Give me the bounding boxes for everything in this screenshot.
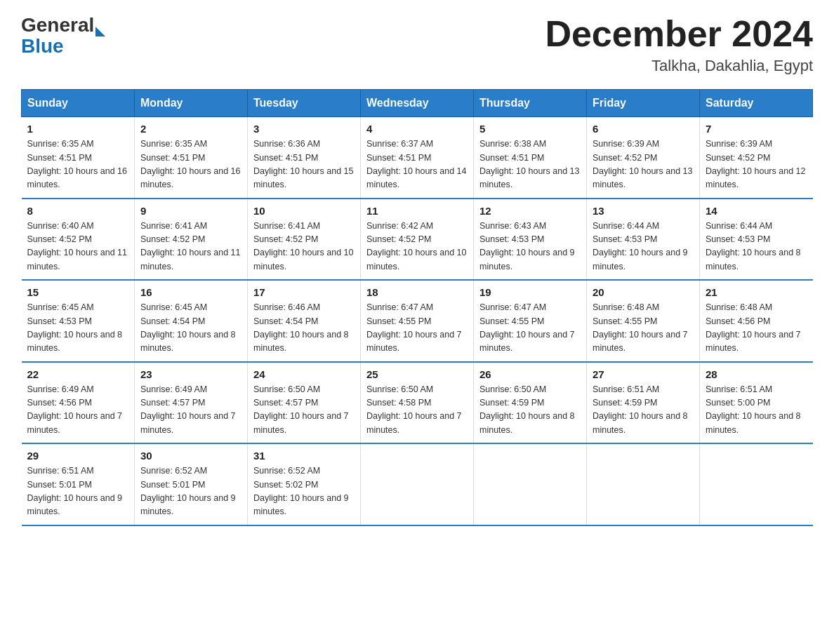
calendar-day-cell	[587, 443, 700, 525]
weekday-header-sunday: Sunday	[22, 90, 135, 117]
day-info: Sunrise: 6:51 AMSunset: 4:59 PMDaylight:…	[593, 383, 694, 438]
calendar-day-cell: 11 Sunrise: 6:42 AMSunset: 4:52 PMDaylig…	[361, 199, 474, 281]
day-info: Sunrise: 6:44 AMSunset: 4:53 PMDaylight:…	[706, 220, 807, 274]
calendar-day-cell: 15 Sunrise: 6:45 AMSunset: 4:53 PMDaylig…	[22, 280, 135, 362]
calendar-week-row: 22 Sunrise: 6:49 AMSunset: 4:56 PMDaylig…	[22, 362, 813, 444]
calendar-day-cell: 2 Sunrise: 6:35 AMSunset: 4:51 PMDayligh…	[135, 117, 248, 199]
day-number: 4	[366, 123, 468, 135]
weekday-header-thursday: Thursday	[474, 90, 587, 117]
calendar-day-cell: 23 Sunrise: 6:49 AMSunset: 4:57 PMDaylig…	[135, 362, 248, 444]
day-info: Sunrise: 6:47 AMSunset: 4:55 PMDaylight:…	[366, 301, 468, 356]
day-number: 14	[706, 205, 807, 217]
day-info: Sunrise: 6:51 AMSunset: 5:00 PMDaylight:…	[706, 383, 807, 438]
calendar-day-cell: 12 Sunrise: 6:43 AMSunset: 4:53 PMDaylig…	[474, 199, 587, 281]
day-number: 16	[140, 286, 241, 298]
day-info: Sunrise: 6:50 AMSunset: 4:57 PMDaylight:…	[253, 383, 355, 438]
calendar-day-cell: 26 Sunrise: 6:50 AMSunset: 4:59 PMDaylig…	[474, 362, 587, 444]
day-info: Sunrise: 6:47 AMSunset: 4:55 PMDaylight:…	[479, 301, 581, 356]
weekday-header-saturday: Saturday	[700, 90, 813, 117]
day-number: 10	[253, 205, 355, 217]
day-info: Sunrise: 6:45 AMSunset: 4:54 PMDaylight:…	[140, 301, 241, 356]
calendar-day-cell: 14 Sunrise: 6:44 AMSunset: 4:53 PMDaylig…	[700, 199, 813, 281]
day-number: 18	[366, 286, 468, 298]
day-info: Sunrise: 6:45 AMSunset: 4:53 PMDaylight:…	[27, 301, 129, 356]
calendar-day-cell: 3 Sunrise: 6:36 AMSunset: 4:51 PMDayligh…	[248, 117, 361, 199]
day-info: Sunrise: 6:46 AMSunset: 4:54 PMDaylight:…	[253, 301, 355, 356]
day-number: 20	[593, 286, 694, 298]
day-info: Sunrise: 6:52 AMSunset: 5:01 PMDaylight:…	[140, 464, 241, 519]
day-info: Sunrise: 6:35 AMSunset: 4:51 PMDaylight:…	[27, 137, 129, 192]
calendar-day-cell: 30 Sunrise: 6:52 AMSunset: 5:01 PMDaylig…	[135, 443, 248, 525]
calendar-day-cell: 25 Sunrise: 6:50 AMSunset: 4:58 PMDaylig…	[361, 362, 474, 444]
calendar-day-cell: 1 Sunrise: 6:35 AMSunset: 4:51 PMDayligh…	[22, 117, 135, 199]
calendar-day-cell: 6 Sunrise: 6:39 AMSunset: 4:52 PMDayligh…	[587, 117, 700, 199]
day-number: 12	[479, 205, 581, 217]
day-number: 15	[27, 286, 129, 298]
calendar-day-cell: 7 Sunrise: 6:39 AMSunset: 4:52 PMDayligh…	[700, 117, 813, 199]
logo: General Blue	[21, 14, 105, 56]
day-info: Sunrise: 6:40 AMSunset: 4:52 PMDaylight:…	[27, 220, 129, 274]
calendar-day-cell: 4 Sunrise: 6:37 AMSunset: 4:51 PMDayligh…	[361, 117, 474, 199]
calendar-table: SundayMondayTuesdayWednesdayThursdayFrid…	[21, 89, 813, 526]
day-number: 29	[27, 450, 129, 462]
calendar-day-cell: 10 Sunrise: 6:41 AMSunset: 4:52 PMDaylig…	[248, 199, 361, 281]
day-info: Sunrise: 6:43 AMSunset: 4:53 PMDaylight:…	[479, 220, 581, 274]
day-info: Sunrise: 6:41 AMSunset: 4:52 PMDaylight:…	[253, 220, 355, 274]
day-info: Sunrise: 6:50 AMSunset: 4:59 PMDaylight:…	[479, 383, 581, 438]
day-number: 1	[27, 123, 129, 135]
weekday-header-row: SundayMondayTuesdayWednesdayThursdayFrid…	[22, 90, 813, 117]
calendar-day-cell: 20 Sunrise: 6:48 AMSunset: 4:55 PMDaylig…	[587, 280, 700, 362]
day-number: 23	[140, 368, 241, 380]
calendar-day-cell: 24 Sunrise: 6:50 AMSunset: 4:57 PMDaylig…	[248, 362, 361, 444]
calendar-week-row: 29 Sunrise: 6:51 AMSunset: 5:01 PMDaylig…	[22, 443, 813, 525]
day-number: 8	[27, 205, 129, 217]
day-number: 17	[253, 286, 355, 298]
day-info: Sunrise: 6:36 AMSunset: 4:51 PMDaylight:…	[253, 137, 355, 192]
calendar-day-cell: 29 Sunrise: 6:51 AMSunset: 5:01 PMDaylig…	[22, 443, 135, 525]
calendar-week-row: 15 Sunrise: 6:45 AMSunset: 4:53 PMDaylig…	[22, 280, 813, 362]
day-info: Sunrise: 6:37 AMSunset: 4:51 PMDaylight:…	[366, 137, 468, 192]
month-title: December 2024	[545, 14, 813, 54]
day-number: 3	[253, 123, 355, 135]
calendar-day-cell	[700, 443, 813, 525]
calendar-day-cell: 17 Sunrise: 6:46 AMSunset: 4:54 PMDaylig…	[248, 280, 361, 362]
day-info: Sunrise: 6:38 AMSunset: 4:51 PMDaylight:…	[479, 137, 581, 192]
page-header: General Blue December 2024 Talkha, Dakah…	[21, 14, 813, 75]
day-info: Sunrise: 6:44 AMSunset: 4:53 PMDaylight:…	[593, 220, 694, 274]
day-number: 7	[706, 123, 807, 135]
day-info: Sunrise: 6:51 AMSunset: 5:01 PMDaylight:…	[27, 464, 129, 519]
day-number: 26	[479, 368, 581, 380]
day-number: 30	[140, 450, 241, 462]
day-info: Sunrise: 6:39 AMSunset: 4:52 PMDaylight:…	[706, 137, 807, 192]
day-number: 31	[253, 450, 355, 462]
calendar-day-cell: 16 Sunrise: 6:45 AMSunset: 4:54 PMDaylig…	[135, 280, 248, 362]
day-number: 5	[479, 123, 581, 135]
calendar-day-cell	[474, 443, 587, 525]
day-number: 25	[366, 368, 468, 380]
calendar-day-cell: 28 Sunrise: 6:51 AMSunset: 5:00 PMDaylig…	[700, 362, 813, 444]
day-number: 27	[593, 368, 694, 380]
calendar-day-cell: 27 Sunrise: 6:51 AMSunset: 4:59 PMDaylig…	[587, 362, 700, 444]
day-info: Sunrise: 6:39 AMSunset: 4:52 PMDaylight:…	[593, 137, 694, 192]
day-number: 2	[140, 123, 241, 135]
calendar-day-cell: 5 Sunrise: 6:38 AMSunset: 4:51 PMDayligh…	[474, 117, 587, 199]
day-number: 28	[706, 368, 807, 380]
day-info: Sunrise: 6:48 AMSunset: 4:56 PMDaylight:…	[706, 301, 807, 356]
day-info: Sunrise: 6:49 AMSunset: 4:57 PMDaylight:…	[140, 383, 241, 438]
weekday-header-monday: Monday	[135, 90, 248, 117]
location-text: Talkha, Dakahlia, Egypt	[545, 57, 813, 75]
day-number: 13	[593, 205, 694, 217]
logo-general-text: General	[21, 14, 94, 36]
calendar-day-cell: 19 Sunrise: 6:47 AMSunset: 4:55 PMDaylig…	[474, 280, 587, 362]
weekday-header-friday: Friday	[587, 90, 700, 117]
calendar-day-cell: 13 Sunrise: 6:44 AMSunset: 4:53 PMDaylig…	[587, 199, 700, 281]
calendar-day-cell: 31 Sunrise: 6:52 AMSunset: 5:02 PMDaylig…	[248, 443, 361, 525]
calendar-day-cell: 8 Sunrise: 6:40 AMSunset: 4:52 PMDayligh…	[22, 199, 135, 281]
calendar-day-cell: 9 Sunrise: 6:41 AMSunset: 4:52 PMDayligh…	[135, 199, 248, 281]
day-info: Sunrise: 6:49 AMSunset: 4:56 PMDaylight:…	[27, 383, 129, 438]
day-info: Sunrise: 6:42 AMSunset: 4:52 PMDaylight:…	[366, 220, 468, 274]
day-info: Sunrise: 6:52 AMSunset: 5:02 PMDaylight:…	[253, 464, 355, 519]
weekday-header-tuesday: Tuesday	[248, 90, 361, 117]
day-number: 6	[593, 123, 694, 135]
logo-triangle-icon	[95, 27, 105, 36]
